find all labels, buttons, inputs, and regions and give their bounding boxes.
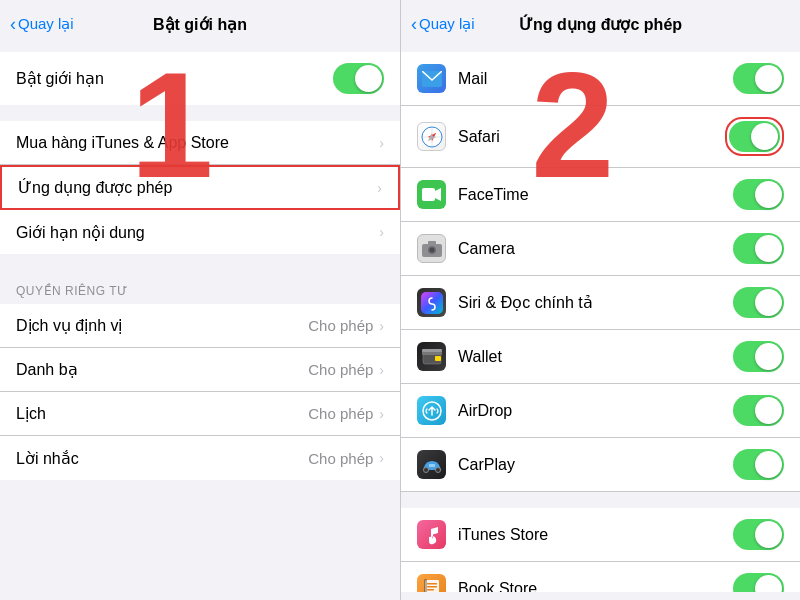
safari-item[interactable]: Safari <box>401 106 800 168</box>
mail-icon <box>417 64 446 93</box>
dinh-vi-item[interactable]: Dịch vụ định vị Cho phép › <box>0 304 400 348</box>
right-panel: 2 ‹ Quay lại Ứng dụng được phép Mail <box>400 0 800 600</box>
airdrop-label: AirDrop <box>458 402 733 420</box>
privacy-section: Dịch vụ định vị Cho phép › Danh bạ Cho p… <box>0 304 400 480</box>
apps-section: Mail Safari <box>401 52 800 592</box>
dinh-vi-chevron-icon: › <box>379 318 384 334</box>
itunes-item[interactable]: iTunes Store <box>401 508 800 562</box>
left-back-label: Quay lại <box>18 15 74 33</box>
left-nav-bar: ‹ Quay lại Bật giới hạn <box>0 0 400 44</box>
mua-hang-label: Mua hàng iTunes & App Store <box>16 134 379 152</box>
itunes-icon <box>417 520 446 549</box>
bookstore-icon <box>417 574 446 592</box>
bat-gioi-han-item[interactable]: Bật giới hạn <box>0 52 400 105</box>
bookstore-toggle-knob <box>755 575 782 592</box>
facetime-toggle-knob <box>755 181 782 208</box>
svg-rect-25 <box>427 589 434 591</box>
danh-ba-chevron-icon: › <box>379 362 384 378</box>
bookstore-item[interactable]: Book Store <box>401 562 800 592</box>
airdrop-item[interactable]: AirDrop <box>401 384 800 438</box>
airdrop-toggle[interactable] <box>733 395 784 426</box>
ung-dung-label: Ứng dụng được phép <box>18 178 377 197</box>
lich-item[interactable]: Lịch Cho phép › <box>0 392 400 436</box>
left-back-chevron-icon: ‹ <box>10 14 16 35</box>
camera-label: Camera <box>458 240 733 258</box>
svg-rect-26 <box>424 579 427 593</box>
bat-gioi-han-toggle[interactable] <box>333 63 384 94</box>
itunes-label: iTunes Store <box>458 526 733 544</box>
svg-marker-8 <box>435 188 441 201</box>
gioi-han-label: Giới hạn nội dung <box>16 223 379 242</box>
loi-nhac-chevron-icon: › <box>379 450 384 466</box>
carplay-toggle[interactable] <box>733 449 784 480</box>
camera-item[interactable]: Camera <box>401 222 800 276</box>
loi-nhac-label: Lời nhắc <box>16 449 308 468</box>
right-back-label: Quay lại <box>419 15 475 33</box>
separator-block <box>401 492 800 508</box>
svg-rect-7 <box>422 188 435 201</box>
safari-toggle[interactable] <box>729 121 780 152</box>
right-nav-title: Ứng dụng được phép <box>519 15 682 34</box>
carplay-item[interactable]: CarPlay <box>401 438 800 492</box>
wallet-toggle-knob <box>755 343 782 370</box>
mua-hang-chevron-icon: › <box>379 135 384 151</box>
facetime-item[interactable]: FaceTime <box>401 168 800 222</box>
lich-label: Lịch <box>16 404 308 423</box>
danh-ba-label: Danh bạ <box>16 360 308 379</box>
left-back-button[interactable]: ‹ Quay lại <box>10 14 74 35</box>
loi-nhac-item[interactable]: Lời nhắc Cho phép › <box>0 436 400 480</box>
mail-toggle[interactable] <box>733 63 784 94</box>
loi-nhac-value: Cho phép <box>308 450 373 467</box>
bat-gioi-han-label: Bật giới hạn <box>16 69 333 88</box>
left-second-section: Mua hàng iTunes & App Store › Ứng dụng đ… <box>0 121 400 254</box>
bat-gioi-han-toggle-knob <box>355 65 382 92</box>
left-panel: 1 ‹ Quay lại Bật giới hạn Bật giới hạn M… <box>0 0 400 600</box>
siri-toggle[interactable] <box>733 287 784 318</box>
left-first-section: Bật giới hạn <box>0 52 400 105</box>
safari-toggle-wrapper <box>725 117 784 156</box>
siri-label: Siri & Đọc chính tả <box>458 293 733 312</box>
wallet-item[interactable]: Wallet <box>401 330 800 384</box>
itunes-toggle-knob <box>755 521 782 548</box>
right-back-button[interactable]: ‹ Quay lại <box>411 14 475 35</box>
danh-ba-value: Cho phép <box>308 361 373 378</box>
svg-rect-17 <box>435 356 441 361</box>
gioi-han-item[interactable]: Giới hạn nội dung › <box>0 210 400 254</box>
danh-ba-item[interactable]: Danh bạ Cho phép › <box>0 348 400 392</box>
carplay-toggle-knob <box>755 451 782 478</box>
mail-item[interactable]: Mail <box>401 52 800 106</box>
ung-dung-chevron-icon: › <box>377 180 382 196</box>
safari-label: Safari <box>458 128 725 146</box>
mua-hang-item[interactable]: Mua hàng iTunes & App Store › <box>0 121 400 165</box>
safari-icon <box>417 122 446 151</box>
svg-point-11 <box>429 247 434 252</box>
safari-toggle-knob <box>751 123 778 150</box>
mail-toggle-knob <box>755 65 782 92</box>
wallet-toggle[interactable] <box>733 341 784 372</box>
left-nav-title: Bật giới hạn <box>153 15 247 34</box>
bookstore-toggle[interactable] <box>733 573 784 592</box>
svg-rect-23 <box>427 583 437 585</box>
carplay-label: CarPlay <box>458 456 733 474</box>
lich-value: Cho phép <box>308 405 373 422</box>
airdrop-toggle-knob <box>755 397 782 424</box>
camera-toggle-knob <box>755 235 782 262</box>
svg-point-20 <box>435 467 440 472</box>
carplay-icon <box>417 450 446 479</box>
svg-rect-12 <box>428 241 436 245</box>
svg-point-19 <box>423 467 428 472</box>
siri-toggle-knob <box>755 289 782 316</box>
ung-dung-item[interactable]: Ứng dụng được phép › <box>0 165 400 210</box>
camera-toggle[interactable] <box>733 233 784 264</box>
right-nav-bar: ‹ Quay lại Ứng dụng được phép <box>401 0 800 44</box>
facetime-toggle[interactable] <box>733 179 784 210</box>
bookstore-label: Book Store <box>458 580 733 593</box>
gioi-han-chevron-icon: › <box>379 224 384 240</box>
itunes-toggle[interactable] <box>733 519 784 550</box>
dinh-vi-label: Dịch vụ định vị <box>16 316 308 335</box>
siri-item[interactable]: Siri & Đọc chính tả <box>401 276 800 330</box>
siri-icon <box>417 288 446 317</box>
right-back-chevron-icon: ‹ <box>411 14 417 35</box>
facetime-label: FaceTime <box>458 186 733 204</box>
dinh-vi-value: Cho phép <box>308 317 373 334</box>
